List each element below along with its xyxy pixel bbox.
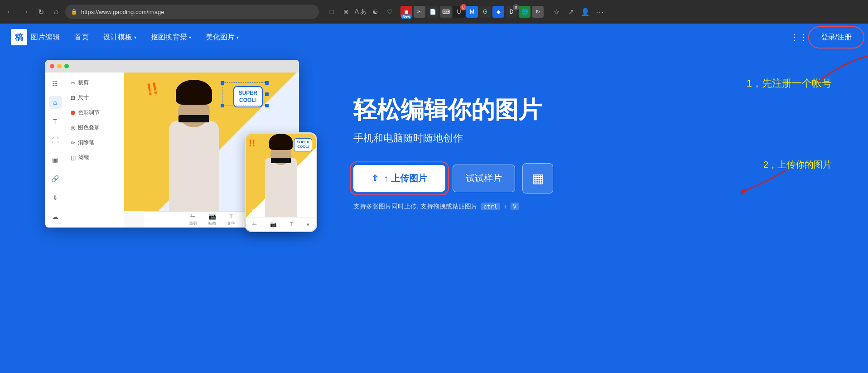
nav-refresh-button[interactable]: ↻ (34, 5, 47, 18)
eraser-icon: ✏ (71, 140, 75, 146)
nav-forward-button[interactable]: → (19, 5, 32, 18)
sidebar-tool-adjust[interactable]: ☷ (49, 77, 62, 90)
bottom-tool-text[interactable]: T 文字 (227, 213, 235, 227)
favorite-icon[interactable]: ♡ (383, 5, 396, 18)
bottom-tool-sticker[interactable]: 📷 贴图 (208, 213, 216, 227)
logo-icon: 稿 (11, 29, 27, 45)
address-bar[interactable]: 🔒 https://www.gaoding.com/image (65, 5, 319, 19)
bottom-tool-crop[interactable]: ✁ 裁剪 (189, 213, 197, 227)
mobile-tool-3: T (290, 221, 293, 228)
ext-red-icon[interactable]: ■ New (400, 6, 412, 18)
mobile-exclaim: !! (249, 137, 256, 149)
panel-item-overlay[interactable]: ◎ 图色叠加 (69, 122, 120, 133)
panel-item-size[interactable]: ⊞ 尺寸 (69, 92, 120, 103)
hero-section: ☷ ⌂ T ⛶ ▣ 🔗 ⇓ ☁ ✂ 裁剪 (0, 51, 868, 246)
ext-m-icon[interactable]: M (466, 6, 478, 18)
sidebar-tool-download[interactable]: ⇓ (49, 191, 62, 204)
translate-icon[interactable]: A あ (354, 5, 367, 18)
annotation-arrow-1 (814, 49, 868, 86)
browser-toolbar: □ ⊠ A あ ☯ ♡ (325, 5, 396, 18)
mobile-speech-bubble: SUPERCOOL! (294, 138, 312, 151)
ext-doc-icon[interactable]: 📄 (427, 6, 439, 18)
nav-back-button[interactable]: ← (4, 5, 16, 18)
apps-grid-icon[interactable]: ⋮⋮ (790, 32, 808, 43)
qr-icon: ▦ (532, 171, 544, 186)
ext-g-icon[interactable]: G (479, 6, 491, 18)
browser-chrome: ← → ↻ ⌂ 🔒 https://www.gaoding.com/image … (0, 0, 868, 24)
nav-link-template[interactable]: 设计模板 ▾ (103, 33, 136, 42)
url-text: https://www.gaoding.com/image (81, 9, 313, 15)
panel-item-crop[interactable]: ✂ 裁剪 (69, 77, 120, 88)
share-button[interactable]: ↗ (564, 5, 577, 18)
website: 稿 图片编辑 首页 设计模板 ▾ 抠图换背景 ▾ 美化图片 ▾ ⋮⋮ (0, 24, 868, 373)
sidebar-tool-layer[interactable]: ▣ (49, 153, 62, 166)
nav-home-button[interactable]: ⌂ (50, 5, 63, 18)
ext-monitor-icon[interactable]: ⌨ (440, 6, 452, 18)
ext-scissors-icon[interactable]: ✂ (414, 6, 425, 18)
hero-content: 1，先注册一个帐号 轻松编辑你的图片 手机和电脑随时随地创作 2，上传你的图片 (353, 77, 832, 210)
editor-preview: ☷ ⌂ T ⛶ ▣ 🔗 ⇓ ☁ ✂ 裁剪 (45, 60, 317, 228)
support-text-area: 支持多张图片同时上传, 支持拖拽或粘贴图片 ctrl + V (353, 203, 832, 211)
nav-links: 首页 设计模板 ▾ 抠图换背景 ▾ 美化图片 ▾ (74, 33, 790, 42)
menu-button[interactable]: ⋯ (593, 5, 606, 18)
logo-text: 图片编辑 (31, 33, 60, 42)
chevron-down-icon: ▾ (236, 35, 239, 40)
grid-icon[interactable]: ⊠ (340, 5, 352, 18)
overlay-icon: ◎ (71, 125, 75, 131)
upload-btn-container: ⇧ ↑ 上传图片 (353, 165, 445, 192)
ext-blue-icon[interactable]: ◆ (492, 6, 504, 18)
qr-button[interactable]: ▦ (522, 163, 553, 194)
sidebar-tool-text[interactable]: T (49, 115, 62, 128)
window-minimize-dot (57, 64, 62, 68)
sidebar-tool-cloud[interactable]: ☁ (49, 210, 62, 223)
browser-extensions: ■ New ✂ 📄 ⌨ U 8 M G ◆ D 0 🌐 ↻ (400, 6, 544, 18)
panel-item-filter[interactable]: ◫ 滤镜 (69, 152, 120, 163)
ext-u-icon[interactable]: U 8 (453, 6, 465, 18)
sample-button[interactable]: 试试样片 (453, 165, 515, 192)
filter-icon: ◫ (71, 155, 76, 161)
ext-refresh-icon[interactable]: ↻ (532, 6, 544, 18)
sidebar-tool-link[interactable]: 🔗 (49, 172, 62, 185)
mobile-preview: !! SUPERCOOL! ✁ 📷 T ♦ (245, 132, 317, 232)
support-text: 支持多张图片同时上传, 支持拖拽或粘贴图片 (353, 203, 477, 211)
mobile-tool-1: ✁ (252, 221, 257, 228)
login-circle-highlight: 登录/注册 (815, 30, 857, 45)
upload-button-highlight (350, 161, 449, 195)
hero-title: 轻松编辑你的图片 (353, 96, 832, 124)
crop-icon: ✂ (71, 80, 75, 86)
ext-d-icon[interactable]: D 0 (506, 6, 517, 18)
editor-tool-sidebar: ☷ ⌂ T ⛶ ▣ 🔗 ⇓ ☁ (45, 73, 65, 228)
step1-annotation-area: 1，先注册一个帐号 (353, 77, 832, 90)
login-button[interactable]: 登录/注册 (815, 30, 857, 45)
sidebar-tool-image[interactable]: ⛶ (49, 134, 62, 147)
panel-item-eraser[interactable]: ✏ 消除笔 (69, 137, 120, 148)
color-dot-icon (71, 111, 75, 115)
mobile-tool-2: 📷 (270, 221, 277, 228)
profile-button[interactable]: 👤 (579, 5, 592, 18)
crop-bottom-icon: ✁ (190, 213, 196, 220)
sticker-icon: 📷 (208, 213, 216, 220)
sidebar-tool-home[interactable]: ⌂ (49, 96, 62, 109)
nav-link-home[interactable]: 首页 (74, 33, 89, 42)
person-figure (162, 102, 226, 211)
chevron-down-icon: ▾ (134, 35, 136, 40)
mobile-person-body (265, 158, 297, 217)
mobile-canvas: !! SUPERCOOL! (246, 134, 316, 231)
speech-bubble: SUPERCOOL! (233, 86, 263, 107)
mobile-tool-4: ♦ (306, 221, 309, 228)
hero-subtitle: 手机和电脑随时随地创作 (353, 131, 832, 145)
logo[interactable]: 稿 图片编辑 (11, 29, 60, 45)
mobile-bottom-bar: ✁ 📷 T ♦ (246, 217, 316, 231)
navigation: 稿 图片编辑 首页 设计模板 ▾ 抠图换背景 ▾ 美化图片 ▾ ⋮⋮ (0, 24, 868, 51)
panel-item-color[interactable]: 色彩调节 (69, 107, 120, 118)
mobile-person-hair (269, 134, 293, 150)
nav-link-matting[interactable]: 抠图换背景 ▾ (151, 33, 191, 42)
nav-link-beautify[interactable]: 美化图片 ▾ (206, 33, 239, 42)
ext-vpn-icon[interactable]: 🌐 (519, 6, 530, 18)
cast-icon[interactable]: □ (325, 5, 338, 18)
ctrl-key: ctrl (481, 203, 500, 210)
star-button[interactable]: ☆ (550, 5, 563, 18)
new-badge: New (401, 15, 411, 19)
read-icon[interactable]: ☯ (369, 5, 381, 18)
size-icon: ⊞ (71, 95, 75, 101)
